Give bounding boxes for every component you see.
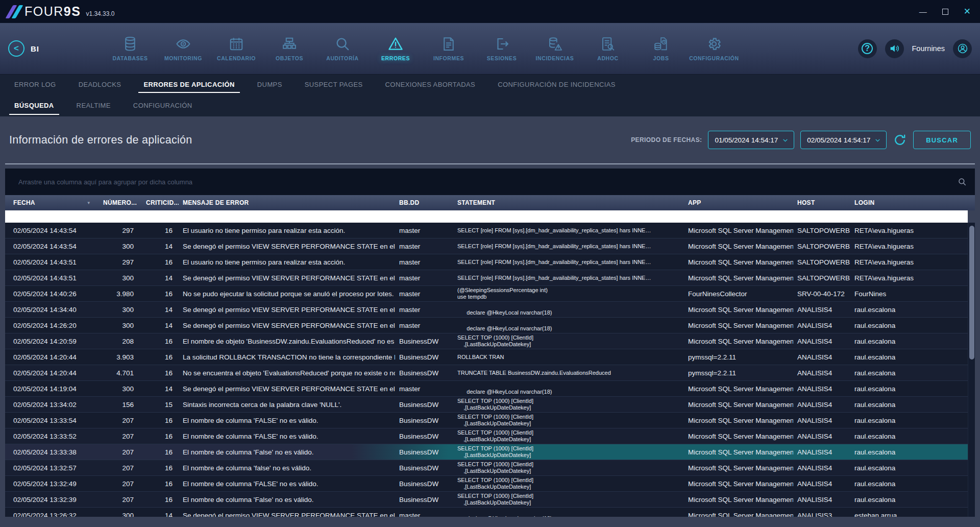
help-button[interactable]: ? [858,39,877,58]
cell-fecha: 02/05/2024 13:33:52 [5,433,97,440]
tab-deadlocks[interactable]: DEADLOCKS [67,75,133,94]
table-row[interactable]: 02/05/2024 13:26:3230014Se denegó el per… [5,508,968,517]
tab-error-log[interactable]: ERROR LOG [3,75,67,94]
column-label: CRITICID... [146,199,179,206]
column-header-app[interactable]: APP [684,199,793,206]
tab-configuración[interactable]: CONFIGURACIÓN [122,94,204,116]
nav-item-informes[interactable]: INFORMES [422,36,475,61]
cell-fecha: 02/05/2024 14:20:59 [5,338,97,345]
column-header-número-[interactable]: NÚMERO... [97,199,140,206]
maximize-icon[interactable] [942,9,948,15]
table-row[interactable]: 02/05/2024 14:20:443.90316La solicitud R… [5,349,968,365]
cell-mensaje: Se denegó el permiso VIEW SERVER PERFORM… [179,274,395,282]
search-button[interactable]: BUSCAR [913,131,971,149]
cell-fecha: 02/05/2024 13:32:57 [5,464,97,472]
column-header-mensaje-de-error[interactable]: MENSAJE DE ERROR [179,199,395,206]
date-from-value: 01/05/2024 14:54:17 [715,136,778,144]
table-row[interactable]: 02/05/2024 13:32:4920716El nombre de col… [5,476,968,492]
cell-numero: 3.980 [97,290,140,298]
cell-statement: declare @HkeyLocal nvarchar(18) [453,382,684,395]
cell-bbdd: master [395,306,453,314]
cell-host: ANALISIS4 [793,448,850,456]
table-row[interactable]: 02/05/2024 13:32:5720716El nombre de col… [5,460,968,476]
cell-fecha: 02/05/2024 13:33:38 [5,448,97,456]
tab-configuración-de-incidencias[interactable]: CONFIGURACIÓN DE INCIDENCIAS [486,75,627,94]
nav-item-adhoc[interactable]: ADHOC [581,36,634,61]
view-tabs: BÚSQUEDAREALTIMECONFIGURACIÓN [0,94,980,116]
table-row[interactable]: 02/05/2024 13:34:0215615Sintaxis incorre… [5,397,968,413]
cell-mensaje: El nombre de columna 'FALSE' no es válid… [179,417,395,424]
nav-item-monitoring[interactable]: MONITORING [157,36,210,61]
column-header-statement[interactable]: STATEMENT [453,199,684,206]
grid-search-button[interactable] [958,177,967,186]
cell-numero: 207 [97,417,140,424]
table-row[interactable]: 02/05/2024 13:33:5220716El nombre de col… [5,428,968,444]
cell-statement: (@SleepingSessionsPercentage int) use te… [453,287,684,300]
cell-fecha: 02/05/2024 14:43:51 [5,274,97,282]
nav-item-sesiones[interactable]: SESIONES [475,36,528,61]
sound-button[interactable] [885,39,904,58]
cell-bbdd: BusinessDW [395,433,453,440]
tab-errores-de-aplicación[interactable]: ERRORES DE APLICACIÓN [132,75,246,94]
nav-item-incidencias[interactable]: INCIDENCIAS [528,36,581,61]
column-header-bb-dd[interactable]: BB.DD [395,199,453,206]
minimize-icon[interactable]: — [919,8,927,15]
user-icon [957,43,968,54]
nav-item-databases[interactable]: DATABASES [104,36,157,61]
tab-conexiones-abortadas[interactable]: CONEXIONES ABORTADAS [374,75,487,94]
date-from-select[interactable]: 01/05/2024 14:54:17 [708,131,794,149]
vertical-scrollbar[interactable] [968,223,975,517]
cell-numero: 156 [97,401,140,409]
cell-numero: 207 [97,480,140,488]
nav-item-objetos[interactable]: OBJETOS [263,36,316,61]
cell-host: ANALISIS4 [793,306,850,314]
table-row[interactable]: 02/05/2024 14:43:5430014Se denegó el per… [5,238,968,254]
cell-criticidad: 14 [140,385,179,393]
nav-item-configuración[interactable]: CONFIGURACIÓN [688,36,741,61]
table-row[interactable]: 02/05/2024 14:20:444.70116No se encuentr… [5,365,968,381]
tab-suspect-pages[interactable]: SUSPECT PAGES [293,75,374,94]
nav-item-auditoría[interactable]: AUDITORÍA [316,36,369,61]
table-row[interactable]: 02/05/2024 13:32:3920716El nombre de col… [5,492,968,508]
profile-button[interactable] [953,39,972,58]
column-header-criticid-[interactable]: CRITICID... [140,199,179,206]
table-row[interactable]: 02/05/2024 14:20:5920816El nombre de obj… [5,333,968,349]
group-by-dropzone[interactable]: Arrastre una columna aquí para agrupar p… [5,169,975,195]
table-row[interactable]: 02/05/2024 14:43:5429716El usuario no ti… [5,223,968,238]
table-row[interactable]: 02/05/2024 14:19:0430014Se denegó el per… [5,381,968,397]
table-row[interactable]: 02/05/2024 14:34:4030014Se denegó el per… [5,302,968,318]
group-by-hint: Arrastre una columna aquí para agrupar p… [18,178,192,186]
column-header-fecha[interactable]: FECHA▼ [5,199,97,206]
tab-dumps[interactable]: DUMPS [246,75,293,94]
table-row[interactable]: 02/05/2024 13:33:3820716El nombre de col… [5,444,968,460]
tab-realtime[interactable]: REALTIME [65,94,122,116]
cell-login: FourNines [850,290,968,298]
refresh-button[interactable] [893,133,907,147]
nav-item-label: ADHOC [597,55,619,61]
table-row[interactable]: 02/05/2024 13:33:5420716El nombre de col… [5,413,968,428]
close-icon[interactable]: ✕ [964,7,971,16]
table-row[interactable]: 02/05/2024 14:40:263.98016No se pudo eje… [5,286,968,302]
nav-item-label: MONITORING [164,55,202,61]
cell-bbdd: master [395,243,453,250]
cell-criticidad: 16 [140,353,179,361]
back-button[interactable]: < [8,40,24,57]
cell-app: Microsoft SQL Server Managemen… [684,243,793,250]
table-row[interactable]: 02/05/2024 14:43:5129716El usuario no ti… [5,254,968,270]
column-header-login[interactable]: LOGIN [850,199,968,206]
tab-búsqueda[interactable]: BÚSQUEDA [3,94,65,116]
scrollbar-thumb[interactable] [969,226,974,360]
adhoc-list-search-icon [600,36,616,52]
grid-filter-row[interactable] [5,210,968,223]
column-header-host[interactable]: HOST [793,199,850,206]
date-to-select[interactable]: 02/05/2024 14:54:17 [800,131,887,149]
table-row[interactable]: 02/05/2024 14:43:5130014Se denegó el per… [5,270,968,286]
column-label: APP [688,199,701,206]
nav-item-jobs[interactable]: JOBS [634,36,688,61]
nav-item-errores[interactable]: ERRORES [369,36,422,61]
chevron-down-icon [782,137,789,143]
cell-statement: SELECT TOP (1000) [ClientId] ,[LastBackU… [453,398,684,411]
nav-item-calendario[interactable]: CALENDARIO [210,36,263,61]
cell-statement: SELECT [role] FROM [sys].[dm_hadr_availa… [453,259,684,266]
table-row[interactable]: 02/05/2024 14:26:2030014Se denegó el per… [5,318,968,333]
